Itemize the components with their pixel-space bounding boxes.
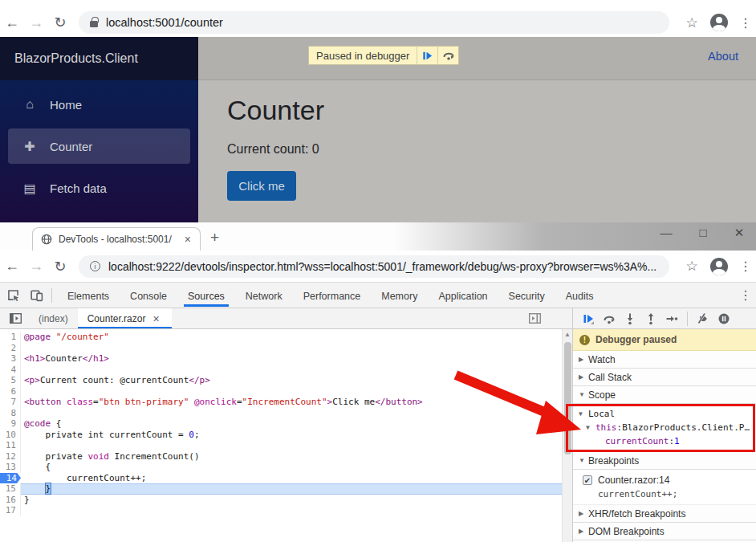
forward-icon[interactable]: → <box>24 258 48 275</box>
bookmark-star-icon[interactable]: ☆ <box>681 14 703 31</box>
new-tab-icon[interactable]: + <box>210 229 219 247</box>
code-line-16[interactable]: 16} <box>0 495 562 506</box>
file-tab--index-[interactable]: (index) <box>29 308 78 328</box>
breakpoint-marker[interactable]: 14 <box>0 473 21 484</box>
code-line-15[interactable]: 15 } <box>0 483 562 495</box>
toggle-sidebar-icon[interactable] <box>524 309 545 328</box>
code-line-8[interactable]: 8 <box>0 408 562 419</box>
code-line-3[interactable]: 3<h1>Counter</h1> <box>0 353 562 365</box>
code-line-12[interactable]: 12 private void IncrementCount() <box>0 451 562 463</box>
tab-memory[interactable]: Memory <box>371 284 428 307</box>
scrollbar-thumb[interactable] <box>564 342 571 454</box>
code-line-2[interactable]: 2 <box>0 343 562 354</box>
sidebar-item-home[interactable]: ⌂Home <box>8 87 190 122</box>
deactivate-breakpoints-icon[interactable] <box>693 309 713 328</box>
menu-dots-icon[interactable]: ⋮ <box>735 15 756 31</box>
code-token: </button> <box>375 397 423 407</box>
breakpoint-location[interactable]: Counter.razor:14 <box>598 475 669 486</box>
show-navigator-icon[interactable] <box>5 309 26 328</box>
tab-close-icon[interactable]: × <box>150 312 161 325</box>
page-title: Counter <box>227 95 756 126</box>
variable-name: currentCount <box>605 436 669 446</box>
sidebar-item-counter[interactable]: ✚Counter <box>8 128 190 164</box>
address-bar[interactable]: i localhost:9222/devtools/inspector.html… <box>79 255 669 278</box>
code-line-5[interactable]: 5<p>Current count: @currentCount</p> <box>0 375 562 386</box>
tab-console[interactable]: Console <box>120 284 177 307</box>
home-icon: ⌂ <box>19 97 40 112</box>
step-out-icon[interactable] <box>640 309 661 328</box>
back-icon[interactable]: ← <box>0 14 24 31</box>
tab-security[interactable]: Security <box>498 284 555 307</box>
pause-on-exceptions-icon[interactable] <box>713 309 734 328</box>
debugger-paused-banner: ! Debugger paused <box>573 329 756 351</box>
tab-audits[interactable]: Audits <box>555 284 604 307</box>
profile-avatar[interactable] <box>710 258 728 275</box>
menu-dots-icon[interactable]: ⋮ <box>735 259 756 274</box>
device-toolbar-icon[interactable] <box>26 286 47 305</box>
address-bar[interactable]: localhost:5001/counter <box>79 11 669 34</box>
section-dom-breakpoints[interactable]: ▶ DOM Breakpoints <box>573 523 756 540</box>
scroll-up-icon[interactable]: ▲ <box>563 331 572 338</box>
scope-this-row[interactable]: ▼ this: BlazorProducts.Client.P… <box>573 421 756 434</box>
breakpoint-checkbox[interactable]: ✔ <box>583 475 592 485</box>
tab-network[interactable]: Network <box>235 284 293 307</box>
info-icon[interactable]: i <box>90 261 100 271</box>
step-over-icon[interactable] <box>437 46 458 65</box>
code-token: <button <box>24 397 67 407</box>
code-token: "/counter" <box>56 332 109 342</box>
app-brand-title[interactable]: BlazorProducts.Client <box>14 51 138 66</box>
about-link[interactable]: About <box>708 50 738 63</box>
back-icon[interactable]: ← <box>0 258 24 275</box>
step-over-icon[interactable] <box>599 309 620 328</box>
window-close-icon[interactable]: ✕ <box>727 226 751 240</box>
code-line-1[interactable]: 1@page "/counter" <box>0 332 562 343</box>
file-tab-label: Counter.razor <box>87 313 146 324</box>
resume-script-icon[interactable] <box>417 46 437 65</box>
section-breakpoints[interactable]: ▼ Breakpoints <box>573 452 756 470</box>
tab-elements[interactable]: Elements <box>57 284 120 307</box>
code-line-11[interactable]: 11 <box>0 440 562 451</box>
code-text: currentCount++; <box>21 473 562 484</box>
code-text <box>21 365 562 376</box>
tab-application[interactable]: Application <box>428 284 498 307</box>
tab-performance[interactable]: Performance <box>293 284 372 307</box>
section-call-stack[interactable]: ▶ Call Stack <box>573 369 756 386</box>
breakpoint-entry[interactable]: ✔ Counter.razor:14 currentCount++; <box>573 470 756 505</box>
editor-scrollbar[interactable]: ▲ <box>562 329 572 542</box>
bookmark-star-icon[interactable]: ☆ <box>681 258 703 275</box>
reload-icon[interactable]: ↻ <box>48 258 72 275</box>
step-icon[interactable] <box>661 309 682 328</box>
section-xhr-breakpoints[interactable]: ▶ XHR/fetch Breakpoints <box>573 505 756 523</box>
step-into-icon[interactable] <box>620 309 640 328</box>
code-line-9[interactable]: 9@code { <box>0 418 562 430</box>
code-line-14[interactable]: 14 currentCount++; <box>0 473 562 484</box>
code-line-13[interactable]: 13 { <box>0 462 562 473</box>
forward-icon[interactable]: → <box>24 14 48 31</box>
url-text[interactable]: localhost:9222/devtools/inspector.html?w… <box>108 260 656 273</box>
inspect-element-icon[interactable] <box>2 286 23 305</box>
code-line-17[interactable]: 17 <box>0 505 562 516</box>
devtools-browser-tab[interactable]: DevTools - localhost:5001/ × <box>32 227 201 251</box>
sidebar-item-fetch-data[interactable]: ▤Fetch data <box>8 170 190 206</box>
file-tab-counter-razor[interactable]: Counter.razor× <box>78 308 172 328</box>
code-line-4[interactable]: 4 <box>0 365 562 376</box>
window-minimize-icon[interactable]: — <box>654 226 678 239</box>
tab-close-icon[interactable]: × <box>182 233 193 246</box>
url-text[interactable]: localhost:5001/counter <box>106 16 223 29</box>
tab-sources[interactable]: Sources <box>177 284 235 307</box>
section-scope[interactable]: ▼ Scope <box>573 386 756 404</box>
devtools-menu-dots-icon[interactable]: ⋮ <box>735 287 756 303</box>
resume-script-icon[interactable] <box>578 309 599 328</box>
reload-icon[interactable]: ↻ <box>48 14 72 31</box>
code-editor[interactable]: 1@page "/counter"23<h1>Counter</h1>45<p>… <box>0 329 562 542</box>
click-me-button[interactable]: Click me <box>227 171 296 201</box>
scope-currentcount-row[interactable]: currentCount: 1 <box>573 434 756 448</box>
code-line-7[interactable]: 7<button class="btn btn-primary" @onclic… <box>0 397 562 408</box>
profile-avatar[interactable] <box>710 14 728 31</box>
code-line-6[interactable]: 6 <box>0 386 562 397</box>
code-token: 0 <box>189 430 194 440</box>
scope-local-row[interactable]: ▼ Local <box>573 407 756 421</box>
window-maximize-icon[interactable]: □ <box>691 226 715 239</box>
code-line-10[interactable]: 10 private int currentCount = 0; <box>0 430 562 441</box>
section-watch[interactable]: ▶ Watch <box>573 351 756 369</box>
